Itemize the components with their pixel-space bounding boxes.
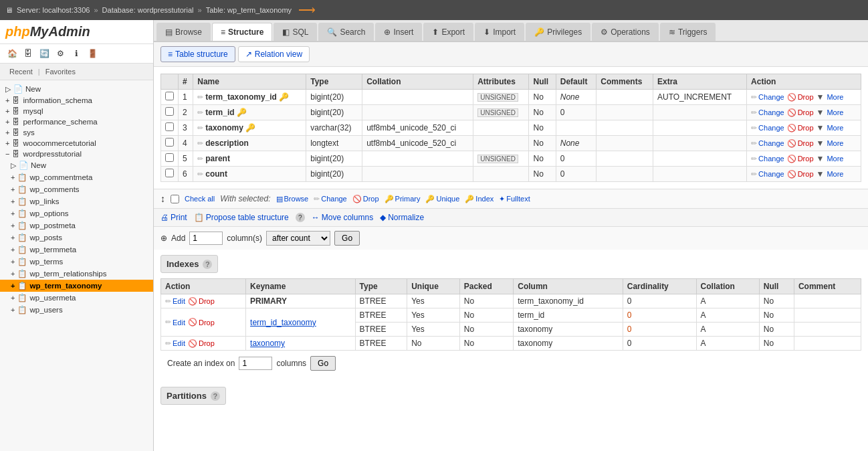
drop-link-4[interactable]: 🚫Drop: [787, 139, 814, 148]
change-link-2[interactable]: ✏Change: [751, 108, 784, 117]
sidebar-item-wp-options[interactable]: + 📋 wp_options: [0, 207, 153, 219]
drop-link-2[interactable]: 🚫Drop: [787, 108, 814, 117]
change-link-3[interactable]: ✏Change: [751, 124, 784, 132]
drop-link-6[interactable]: 🚫Drop: [787, 170, 814, 179]
more-link-4[interactable]: More: [827, 139, 843, 147]
sidebar-item-wp-postmeta[interactable]: + 📋 wp_postmeta: [0, 219, 153, 232]
sidebar-item-wp-commentmeta[interactable]: + 📋 wp_commentmeta: [0, 171, 153, 183]
row-checkbox-1[interactable]: [165, 92, 174, 100]
tab-structure[interactable]: ≡ Structure: [212, 23, 272, 41]
drop-termid-link[interactable]: 🚫Drop: [188, 318, 215, 327]
tab-browse[interactable]: ▤ Browse: [156, 23, 211, 41]
more-link-1[interactable]: More: [827, 93, 843, 101]
breadcrumb-table[interactable]: Table: wp_term_taxonomy: [206, 6, 292, 14]
primary-action[interactable]: 🔑Primary: [385, 195, 421, 203]
row-checkbox-6[interactable]: [165, 169, 174, 177]
create-index-go-button[interactable]: Go: [310, 356, 336, 371]
normalize-link[interactable]: ◆Normalize: [380, 213, 424, 222]
move-columns-link[interactable]: ↔Move columns: [312, 213, 373, 222]
sidebar-item-wp-links[interactable]: + 📋 wp_links: [0, 195, 153, 207]
sidebar-item-woocommercetutorial[interactable]: + 🗄 woocommercetutorial: [0, 138, 153, 149]
indexes-header[interactable]: Indexes ?: [160, 255, 218, 273]
change-link-1[interactable]: ✏Change: [751, 93, 784, 102]
edit-termid-link[interactable]: ✏Edit: [165, 318, 185, 327]
sidebar-item-wp-posts[interactable]: + 📋 wp_posts: [0, 232, 153, 244]
info-icon[interactable]: ℹ: [70, 47, 83, 60]
propose-link[interactable]: 📋Propose table structure: [194, 213, 289, 222]
tab-import[interactable]: ⬇ Import: [475, 23, 524, 41]
sidebar-item-wp-users[interactable]: + 📋 wp_users: [0, 304, 153, 316]
drop-link-3[interactable]: 🚫Drop: [787, 124, 814, 132]
sidebar-item-wp-comments[interactable]: + 📋 wp_comments: [0, 183, 153, 195]
sidebar-item-sys[interactable]: + 🗄 sys: [0, 127, 153, 138]
sidebar-item-information-schema[interactable]: + 🗄 information_schema: [0, 95, 153, 106]
tab-insert[interactable]: ⊕ Insert: [375, 23, 422, 41]
sidebar-item-wp-usermeta[interactable]: + 📋 wp_usermeta: [0, 292, 153, 304]
partitions-header[interactable]: Partitions ?: [160, 387, 226, 405]
edit-taxonomy-link[interactable]: ✏Edit: [165, 339, 185, 348]
settings-icon[interactable]: ⚙: [53, 47, 67, 60]
idx-col-collation: Collation: [696, 279, 759, 294]
change-action[interactable]: ✏Change: [314, 195, 347, 203]
exit-icon[interactable]: 🚪: [86, 47, 99, 60]
drop-action[interactable]: 🚫Drop: [352, 195, 379, 203]
change-link-5[interactable]: ✏Change: [751, 155, 784, 163]
tab-operations[interactable]: ⚙ Operations: [592, 23, 659, 41]
drop-icon: 🚫: [787, 170, 796, 179]
recent-tab[interactable]: Recent: [5, 66, 37, 77]
db-icon[interactable]: 🗄: [21, 47, 35, 60]
edit-primary-link[interactable]: ✏Edit: [165, 297, 185, 306]
sidebar-item-new-wp[interactable]: ▷ 📄 New: [0, 159, 153, 171]
create-index-count-input[interactable]: [239, 357, 272, 370]
more-link-3[interactable]: More: [827, 124, 843, 132]
home-icon[interactable]: 🏠: [5, 47, 19, 60]
sidebar-item-mysql[interactable]: + 🗄 mysql: [0, 106, 153, 116]
position-select[interactable]: after count at beginning at end: [266, 231, 330, 246]
table-row: 3 ✏taxonomy🔑 varchar(32) utf8mb4_unicode…: [161, 120, 861, 136]
row-checkbox-4[interactable]: [165, 138, 174, 147]
index-row-taxonomy: ✏Edit 🚫Drop taxonomy BTREE No No taxonom…: [161, 337, 861, 351]
more-link-2[interactable]: More: [827, 108, 843, 116]
index-action[interactable]: 🔑Index: [465, 195, 494, 203]
more-link-5[interactable]: More: [827, 155, 843, 163]
sidebar-item-wp-termmeta[interactable]: + 📋 wp_termmeta: [0, 244, 153, 256]
tab-export[interactable]: ⬆ Export: [423, 23, 473, 41]
sub-tab-table-structure[interactable]: ≡ Table structure: [160, 46, 235, 62]
sidebar-item-new-root[interactable]: ▷ 📄 New: [0, 83, 153, 95]
check-all-link[interactable]: Check all: [185, 195, 215, 203]
check-all-checkbox[interactable]: [171, 195, 179, 203]
breadcrumb-database[interactable]: Database: wordpresstutorial: [102, 6, 194, 14]
print-link[interactable]: 🖨Print: [160, 213, 187, 222]
sidebar-item-wp-term-relationships[interactable]: + 📋 wp_term_relationships: [0, 268, 153, 280]
add-count-input[interactable]: [189, 232, 223, 245]
refresh-icon[interactable]: 🔄: [37, 47, 51, 60]
drop-primary-link[interactable]: 🚫Drop: [188, 297, 215, 306]
sidebar-item-performance-schema[interactable]: + 🗄 performance_schema: [0, 116, 153, 127]
change-link-4[interactable]: ✏Change: [751, 139, 784, 148]
tab-privileges[interactable]: 🔑 Privileges: [526, 23, 590, 41]
partitions-title: Partitions: [167, 391, 207, 401]
add-columns-go-button[interactable]: Go: [334, 231, 360, 246]
pencil-icon-taxonomy: ✏: [165, 339, 171, 348]
tab-sql[interactable]: ◧ SQL: [274, 23, 317, 41]
row-checkbox-2[interactable]: [165, 107, 174, 116]
fulltext-action[interactable]: ✦Fulltext: [499, 195, 530, 203]
drop-link-5[interactable]: 🚫Drop: [787, 155, 814, 163]
row-checkbox-5[interactable]: [165, 153, 174, 162]
more-link-6[interactable]: More: [827, 170, 843, 178]
browse-action[interactable]: ▤Browse: [276, 195, 309, 203]
drop-link-1[interactable]: 🚫Drop: [787, 93, 814, 102]
sidebar-item-wp-term-taxonomy[interactable]: + 📋 wp_term_taxonomy: [0, 280, 153, 292]
sidebar-item-wordpresstutorial[interactable]: − 🗄 wordpresstutorial: [0, 149, 153, 159]
favorites-tab[interactable]: Favorites: [41, 66, 80, 77]
drop-taxonomy-link[interactable]: 🚫Drop: [188, 339, 215, 348]
tab-triggers[interactable]: ≋ Triggers: [660, 23, 716, 41]
change-link-6[interactable]: ✏Change: [751, 170, 784, 179]
sidebar-item-wp-terms[interactable]: + 📋 wp_terms: [0, 256, 153, 268]
unique-action[interactable]: 🔑Unique: [425, 195, 459, 203]
row-checkbox-3[interactable]: [165, 122, 174, 131]
tab-search[interactable]: 🔍 Search: [318, 23, 374, 41]
sub-tab-relation-view[interactable]: ↗ Relation view: [238, 46, 310, 62]
pencil-icon: ✏: [197, 108, 203, 117]
breadcrumb-server[interactable]: Server: localhost:3306: [17, 6, 90, 14]
